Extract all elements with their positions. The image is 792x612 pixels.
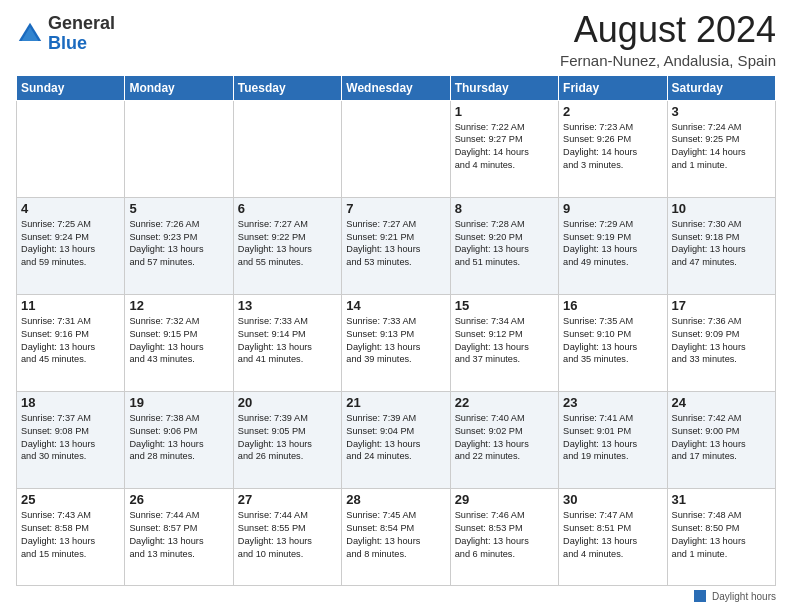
day-info: Sunrise: 7:24 AMSunset: 9:25 PMDaylight:… [672, 121, 771, 173]
day-info: Sunrise: 7:36 AMSunset: 9:09 PMDaylight:… [672, 315, 771, 367]
table-row: 29Sunrise: 7:46 AMSunset: 8:53 PMDayligh… [450, 488, 558, 585]
table-row: 20Sunrise: 7:39 AMSunset: 9:05 PMDayligh… [233, 391, 341, 488]
day-number: 10 [672, 201, 771, 216]
header-friday: Friday [559, 75, 667, 100]
day-info: Sunrise: 7:40 AMSunset: 9:02 PMDaylight:… [455, 412, 554, 464]
day-info: Sunrise: 7:27 AMSunset: 9:22 PMDaylight:… [238, 218, 337, 270]
table-row [233, 100, 341, 197]
day-number: 7 [346, 201, 445, 216]
page: General Blue August 2024 Fernan-Nunez, A… [0, 0, 792, 612]
day-info: Sunrise: 7:42 AMSunset: 9:00 PMDaylight:… [672, 412, 771, 464]
table-row: 10Sunrise: 7:30 AMSunset: 9:18 PMDayligh… [667, 197, 775, 294]
day-info: Sunrise: 7:48 AMSunset: 8:50 PMDaylight:… [672, 509, 771, 561]
table-row: 3Sunrise: 7:24 AMSunset: 9:25 PMDaylight… [667, 100, 775, 197]
table-row: 16Sunrise: 7:35 AMSunset: 9:10 PMDayligh… [559, 294, 667, 391]
day-number: 5 [129, 201, 228, 216]
table-row: 13Sunrise: 7:33 AMSunset: 9:14 PMDayligh… [233, 294, 341, 391]
day-number: 9 [563, 201, 662, 216]
calendar-week-3: 11Sunrise: 7:31 AMSunset: 9:16 PMDayligh… [17, 294, 776, 391]
logo-blue-text: Blue [48, 34, 115, 54]
day-number: 20 [238, 395, 337, 410]
calendar-week-4: 18Sunrise: 7:37 AMSunset: 9:08 PMDayligh… [17, 391, 776, 488]
day-info: Sunrise: 7:28 AMSunset: 9:20 PMDaylight:… [455, 218, 554, 270]
calendar-week-2: 4Sunrise: 7:25 AMSunset: 9:24 PMDaylight… [17, 197, 776, 294]
day-number: 27 [238, 492, 337, 507]
header-thursday: Thursday [450, 75, 558, 100]
day-info: Sunrise: 7:44 AMSunset: 8:55 PMDaylight:… [238, 509, 337, 561]
calendar-week-1: 1Sunrise: 7:22 AMSunset: 9:27 PMDaylight… [17, 100, 776, 197]
table-row: 7Sunrise: 7:27 AMSunset: 9:21 PMDaylight… [342, 197, 450, 294]
day-info: Sunrise: 7:44 AMSunset: 8:57 PMDaylight:… [129, 509, 228, 561]
header: General Blue August 2024 Fernan-Nunez, A… [16, 10, 776, 69]
header-wednesday: Wednesday [342, 75, 450, 100]
day-number: 31 [672, 492, 771, 507]
day-info: Sunrise: 7:27 AMSunset: 9:21 PMDaylight:… [346, 218, 445, 270]
header-tuesday: Tuesday [233, 75, 341, 100]
day-info: Sunrise: 7:26 AMSunset: 9:23 PMDaylight:… [129, 218, 228, 270]
legend-color-box [694, 590, 706, 602]
day-number: 15 [455, 298, 554, 313]
day-info: Sunrise: 7:23 AMSunset: 9:26 PMDaylight:… [563, 121, 662, 173]
day-info: Sunrise: 7:46 AMSunset: 8:53 PMDaylight:… [455, 509, 554, 561]
table-row: 24Sunrise: 7:42 AMSunset: 9:00 PMDayligh… [667, 391, 775, 488]
table-row: 6Sunrise: 7:27 AMSunset: 9:22 PMDaylight… [233, 197, 341, 294]
table-row: 12Sunrise: 7:32 AMSunset: 9:15 PMDayligh… [125, 294, 233, 391]
header-saturday: Saturday [667, 75, 775, 100]
day-number: 12 [129, 298, 228, 313]
day-number: 23 [563, 395, 662, 410]
day-number: 28 [346, 492, 445, 507]
day-info: Sunrise: 7:47 AMSunset: 8:51 PMDaylight:… [563, 509, 662, 561]
day-number: 21 [346, 395, 445, 410]
day-number: 14 [346, 298, 445, 313]
day-info: Sunrise: 7:37 AMSunset: 9:08 PMDaylight:… [21, 412, 120, 464]
day-number: 16 [563, 298, 662, 313]
logo-text: General Blue [48, 14, 115, 54]
day-number: 22 [455, 395, 554, 410]
table-row: 23Sunrise: 7:41 AMSunset: 9:01 PMDayligh… [559, 391, 667, 488]
table-row: 11Sunrise: 7:31 AMSunset: 9:16 PMDayligh… [17, 294, 125, 391]
day-info: Sunrise: 7:34 AMSunset: 9:12 PMDaylight:… [455, 315, 554, 367]
header-monday: Monday [125, 75, 233, 100]
title-block: August 2024 Fernan-Nunez, Andalusia, Spa… [560, 10, 776, 69]
calendar-week-5: 25Sunrise: 7:43 AMSunset: 8:58 PMDayligh… [17, 488, 776, 585]
month-title: August 2024 [560, 10, 776, 50]
table-row: 8Sunrise: 7:28 AMSunset: 9:20 PMDaylight… [450, 197, 558, 294]
day-info: Sunrise: 7:33 AMSunset: 9:13 PMDaylight:… [346, 315, 445, 367]
table-row [342, 100, 450, 197]
day-number: 24 [672, 395, 771, 410]
day-number: 2 [563, 104, 662, 119]
legend: Daylight hours [16, 590, 776, 602]
table-row: 30Sunrise: 7:47 AMSunset: 8:51 PMDayligh… [559, 488, 667, 585]
day-info: Sunrise: 7:45 AMSunset: 8:54 PMDaylight:… [346, 509, 445, 561]
logo-general-text: General [48, 14, 115, 34]
day-info: Sunrise: 7:25 AMSunset: 9:24 PMDaylight:… [21, 218, 120, 270]
day-info: Sunrise: 7:30 AMSunset: 9:18 PMDaylight:… [672, 218, 771, 270]
table-row: 18Sunrise: 7:37 AMSunset: 9:08 PMDayligh… [17, 391, 125, 488]
table-row: 5Sunrise: 7:26 AMSunset: 9:23 PMDaylight… [125, 197, 233, 294]
day-info: Sunrise: 7:33 AMSunset: 9:14 PMDaylight:… [238, 315, 337, 367]
legend-label: Daylight hours [712, 591, 776, 602]
table-row: 22Sunrise: 7:40 AMSunset: 9:02 PMDayligh… [450, 391, 558, 488]
day-info: Sunrise: 7:29 AMSunset: 9:19 PMDaylight:… [563, 218, 662, 270]
table-row: 21Sunrise: 7:39 AMSunset: 9:04 PMDayligh… [342, 391, 450, 488]
table-row: 19Sunrise: 7:38 AMSunset: 9:06 PMDayligh… [125, 391, 233, 488]
day-number: 1 [455, 104, 554, 119]
table-row: 2Sunrise: 7:23 AMSunset: 9:26 PMDaylight… [559, 100, 667, 197]
table-row [17, 100, 125, 197]
day-number: 26 [129, 492, 228, 507]
day-number: 13 [238, 298, 337, 313]
table-row: 25Sunrise: 7:43 AMSunset: 8:58 PMDayligh… [17, 488, 125, 585]
day-info: Sunrise: 7:43 AMSunset: 8:58 PMDaylight:… [21, 509, 120, 561]
table-row [125, 100, 233, 197]
day-info: Sunrise: 7:38 AMSunset: 9:06 PMDaylight:… [129, 412, 228, 464]
day-number: 4 [21, 201, 120, 216]
table-row: 4Sunrise: 7:25 AMSunset: 9:24 PMDaylight… [17, 197, 125, 294]
table-row: 31Sunrise: 7:48 AMSunset: 8:50 PMDayligh… [667, 488, 775, 585]
day-info: Sunrise: 7:32 AMSunset: 9:15 PMDaylight:… [129, 315, 228, 367]
day-info: Sunrise: 7:31 AMSunset: 9:16 PMDaylight:… [21, 315, 120, 367]
table-row: 28Sunrise: 7:45 AMSunset: 8:54 PMDayligh… [342, 488, 450, 585]
day-number: 8 [455, 201, 554, 216]
day-info: Sunrise: 7:35 AMSunset: 9:10 PMDaylight:… [563, 315, 662, 367]
day-number: 6 [238, 201, 337, 216]
day-info: Sunrise: 7:22 AMSunset: 9:27 PMDaylight:… [455, 121, 554, 173]
